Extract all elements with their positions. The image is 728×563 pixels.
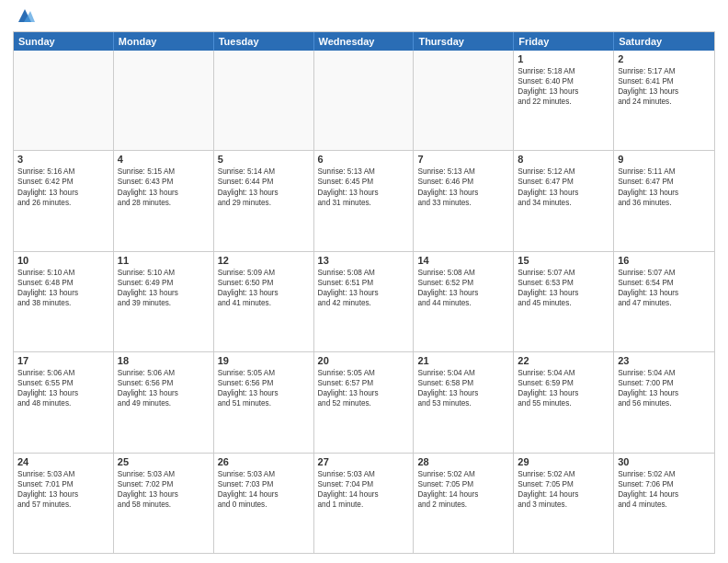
page: SundayMondayTuesdayWednesdayThursdayFrid… — [0, 0, 728, 563]
day-number: 12 — [218, 255, 310, 266]
calendar-day-cell: 8Sunrise: 5:12 AMSunset: 6:47 PMDaylight… — [514, 151, 614, 250]
day-info: Sunrise: 5:04 AMSunset: 6:58 PMDaylight:… — [417, 368, 509, 408]
day-info: Sunrise: 5:04 AMSunset: 6:59 PMDaylight:… — [518, 368, 609, 408]
calendar-day-cell: 13Sunrise: 5:08 AMSunset: 6:51 PMDayligh… — [314, 252, 415, 351]
calendar-day-cell: 2Sunrise: 5:17 AMSunset: 6:41 PMDaylight… — [614, 51, 714, 150]
day-info: Sunrise: 5:03 AMSunset: 7:04 PMDaylight:… — [318, 469, 410, 510]
calendar-week-row: 17Sunrise: 5:06 AMSunset: 6:55 PMDayligh… — [14, 352, 714, 453]
day-info: Sunrise: 5:06 AMSunset: 6:55 PMDaylight:… — [17, 368, 109, 408]
calendar-day-cell: 16Sunrise: 5:07 AMSunset: 6:54 PMDayligh… — [614, 252, 714, 351]
day-info: Sunrise: 5:03 AMSunset: 7:03 PMDaylight:… — [218, 469, 310, 510]
header — [13, 9, 715, 26]
calendar-day-cell: 30Sunrise: 5:02 AMSunset: 7:06 PMDayligh… — [614, 454, 714, 553]
day-info: Sunrise: 5:13 AMSunset: 6:45 PMDaylight:… — [318, 167, 410, 207]
day-info: Sunrise: 5:11 AMSunset: 6:47 PMDaylight:… — [618, 167, 711, 207]
day-info: Sunrise: 5:05 AMSunset: 6:56 PMDaylight:… — [218, 368, 310, 408]
day-number: 1 — [518, 53, 609, 64]
day-info: Sunrise: 5:02 AMSunset: 7:06 PMDaylight:… — [618, 469, 711, 510]
day-number: 19 — [218, 355, 310, 366]
calendar-day-cell: 27Sunrise: 5:03 AMSunset: 7:04 PMDayligh… — [314, 454, 415, 553]
day-number: 18 — [118, 355, 210, 366]
calendar-day-cell: 19Sunrise: 5:05 AMSunset: 6:56 PMDayligh… — [214, 352, 314, 452]
calendar-empty-cell — [414, 51, 514, 150]
day-number: 22 — [518, 355, 609, 366]
calendar-day-cell: 10Sunrise: 5:10 AMSunset: 6:48 PMDayligh… — [14, 252, 114, 351]
day-number: 13 — [318, 255, 410, 266]
day-number: 27 — [318, 456, 410, 467]
day-number: 24 — [17, 456, 109, 467]
day-info: Sunrise: 5:09 AMSunset: 6:50 PMDaylight:… — [218, 268, 310, 308]
calendar-header-cell: Wednesday — [314, 32, 415, 51]
day-number: 6 — [318, 154, 410, 165]
day-number: 14 — [417, 255, 509, 266]
day-info: Sunrise: 5:04 AMSunset: 7:00 PMDaylight:… — [618, 368, 711, 408]
day-number: 11 — [118, 255, 210, 266]
calendar-day-cell: 1Sunrise: 5:18 AMSunset: 6:40 PMDaylight… — [514, 51, 614, 150]
calendar-day-cell: 25Sunrise: 5:03 AMSunset: 7:02 PMDayligh… — [114, 454, 214, 553]
calendar-day-cell: 6Sunrise: 5:13 AMSunset: 6:45 PMDaylight… — [314, 151, 415, 250]
day-info: Sunrise: 5:10 AMSunset: 6:49 PMDaylight:… — [118, 268, 210, 308]
calendar-header-cell: Thursday — [414, 32, 514, 51]
day-info: Sunrise: 5:13 AMSunset: 6:46 PMDaylight:… — [417, 167, 509, 207]
day-info: Sunrise: 5:08 AMSunset: 6:52 PMDaylight:… — [417, 268, 509, 308]
day-info: Sunrise: 5:18 AMSunset: 6:40 PMDaylight:… — [518, 66, 609, 107]
day-info: Sunrise: 5:07 AMSunset: 6:54 PMDaylight:… — [618, 268, 711, 308]
calendar-header-cell: Tuesday — [214, 32, 314, 51]
calendar-day-cell: 5Sunrise: 5:14 AMSunset: 6:44 PMDaylight… — [214, 151, 314, 250]
calendar-header-cell: Monday — [114, 32, 214, 51]
day-number: 29 — [518, 456, 609, 467]
day-info: Sunrise: 5:16 AMSunset: 6:42 PMDaylight:… — [17, 167, 109, 207]
day-info: Sunrise: 5:03 AMSunset: 7:02 PMDaylight:… — [118, 469, 210, 510]
day-info: Sunrise: 5:03 AMSunset: 7:01 PMDaylight:… — [17, 469, 109, 510]
calendar-day-cell: 20Sunrise: 5:05 AMSunset: 6:57 PMDayligh… — [314, 352, 415, 452]
calendar: SundayMondayTuesdayWednesdayThursdayFrid… — [13, 31, 715, 554]
day-number: 10 — [17, 255, 109, 266]
logo-icon — [15, 6, 35, 26]
calendar-header-cell: Friday — [514, 32, 614, 51]
day-number: 8 — [518, 154, 609, 165]
day-number: 26 — [218, 456, 310, 467]
day-info: Sunrise: 5:05 AMSunset: 6:57 PMDaylight:… — [318, 368, 410, 408]
day-info: Sunrise: 5:12 AMSunset: 6:47 PMDaylight:… — [518, 167, 609, 207]
calendar-day-cell: 18Sunrise: 5:06 AMSunset: 6:56 PMDayligh… — [114, 352, 214, 452]
calendar-day-cell: 22Sunrise: 5:04 AMSunset: 6:59 PMDayligh… — [514, 352, 614, 452]
day-number: 30 — [618, 456, 711, 467]
day-info: Sunrise: 5:06 AMSunset: 6:56 PMDaylight:… — [118, 368, 210, 408]
day-number: 25 — [118, 456, 210, 467]
calendar-week-row: 10Sunrise: 5:10 AMSunset: 6:48 PMDayligh… — [14, 252, 714, 352]
day-number: 2 — [618, 53, 711, 64]
calendar-header-row: SundayMondayTuesdayWednesdayThursdayFrid… — [14, 32, 714, 51]
calendar-day-cell: 21Sunrise: 5:04 AMSunset: 6:58 PMDayligh… — [414, 352, 514, 452]
day-number: 20 — [318, 355, 410, 366]
calendar-header-cell: Saturday — [614, 32, 714, 51]
day-number: 15 — [518, 255, 609, 266]
calendar-day-cell: 3Sunrise: 5:16 AMSunset: 6:42 PMDaylight… — [14, 151, 114, 250]
day-number: 21 — [417, 355, 509, 366]
day-info: Sunrise: 5:07 AMSunset: 6:53 PMDaylight:… — [518, 268, 609, 308]
calendar-day-cell: 23Sunrise: 5:04 AMSunset: 7:00 PMDayligh… — [614, 352, 714, 452]
day-number: 4 — [118, 154, 210, 165]
calendar-day-cell: 29Sunrise: 5:02 AMSunset: 7:05 PMDayligh… — [514, 454, 614, 553]
calendar-day-cell: 15Sunrise: 5:07 AMSunset: 6:53 PMDayligh… — [514, 252, 614, 351]
day-info: Sunrise: 5:02 AMSunset: 7:05 PMDaylight:… — [417, 469, 509, 510]
day-number: 3 — [17, 154, 109, 165]
day-info: Sunrise: 5:10 AMSunset: 6:48 PMDaylight:… — [17, 268, 109, 308]
calendar-empty-cell — [214, 51, 314, 150]
calendar-day-cell: 4Sunrise: 5:15 AMSunset: 6:43 PMDaylight… — [114, 151, 214, 250]
day-number: 9 — [618, 154, 711, 165]
logo-area — [13, 9, 105, 26]
calendar-day-cell: 9Sunrise: 5:11 AMSunset: 6:47 PMDaylight… — [614, 151, 714, 250]
calendar-day-cell: 7Sunrise: 5:13 AMSunset: 6:46 PMDaylight… — [414, 151, 514, 250]
calendar-day-cell: 12Sunrise: 5:09 AMSunset: 6:50 PMDayligh… — [214, 252, 314, 351]
calendar-week-row: 24Sunrise: 5:03 AMSunset: 7:01 PMDayligh… — [14, 454, 714, 553]
day-number: 5 — [218, 154, 310, 165]
calendar-day-cell: 11Sunrise: 5:10 AMSunset: 6:49 PMDayligh… — [114, 252, 214, 351]
calendar-empty-cell — [314, 51, 415, 150]
day-info: Sunrise: 5:15 AMSunset: 6:43 PMDaylight:… — [118, 167, 210, 207]
day-number: 23 — [618, 355, 711, 366]
calendar-day-cell: 17Sunrise: 5:06 AMSunset: 6:55 PMDayligh… — [14, 352, 114, 452]
day-number: 17 — [17, 355, 109, 366]
day-info: Sunrise: 5:17 AMSunset: 6:41 PMDaylight:… — [618, 66, 711, 107]
calendar-week-row: 1Sunrise: 5:18 AMSunset: 6:40 PMDaylight… — [14, 51, 714, 151]
calendar-day-cell: 24Sunrise: 5:03 AMSunset: 7:01 PMDayligh… — [14, 454, 114, 553]
